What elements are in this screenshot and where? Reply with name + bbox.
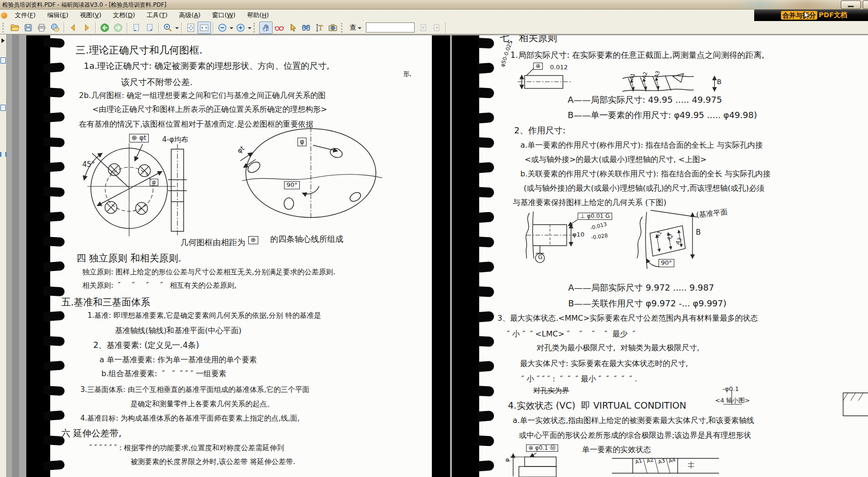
snapshot-button[interactable] <box>273 22 286 34</box>
text-tool-button[interactable]: T <box>313 22 326 34</box>
select-tool-button[interactable] <box>286 22 299 34</box>
fit-width-button[interactable] <box>198 22 211 34</box>
email-globe-icon <box>50 23 60 33</box>
open-folder-icon <box>10 23 20 33</box>
handwritten-line: 90° <box>284 181 300 189</box>
zoom-in-dropdown[interactable] <box>248 27 252 31</box>
menu-tools[interactable]: 工具(T) <box>141 10 173 21</box>
handwritten-line: 相关原则: ″ ″ ″ ″ 相互有关的公差原则, <box>82 282 237 290</box>
handwritten-line: B <box>696 228 701 237</box>
find-button[interactable] <box>299 22 313 34</box>
nav-panel-collapsed <box>0 34 7 477</box>
save-button[interactable] <box>22 22 35 34</box>
binoculars-icon <box>301 23 311 33</box>
print-button[interactable] <box>35 22 48 34</box>
handwritten-line: 三.理论正确尺寸和几何图框. <box>76 45 202 56</box>
handwritten-line: B <box>717 78 722 86</box>
handwritten-line: 四 独立原则 和相关原则. <box>77 253 181 263</box>
zoom-tool-dropdown[interactable] <box>175 27 179 31</box>
toolbar-grip[interactable] <box>2 23 6 33</box>
minimize-icon <box>848 6 854 7</box>
handwritten-line: 形, <box>403 71 411 78</box>
go-back-icon <box>100 23 110 33</box>
toolbar-grip[interactable] <box>341 23 344 33</box>
layers-panel-icon[interactable] <box>0 152 7 157</box>
zoom-out-dropdown[interactable] <box>230 27 233 31</box>
mouse-cursor <box>804 11 810 20</box>
pages-panel-icon[interactable] <box>0 105 6 111</box>
next-page-button[interactable] <box>143 22 156 34</box>
promo-banner[interactable]: 合并与拆分 PDF文档 <box>754 10 868 21</box>
find-previous-button[interactable] <box>417 22 430 34</box>
toolbar-separator <box>213 22 214 33</box>
menu-document[interactable]: 文档(D) <box>107 10 141 21</box>
menu-window[interactable]: 窗口(W) <box>206 10 241 21</box>
previous-view-button[interactable] <box>66 22 80 34</box>
maximize-button[interactable] <box>863 0 868 9</box>
zoom-tool-button[interactable] <box>161 22 175 34</box>
handwritten-line: -φ0.1 <box>723 386 739 393</box>
title-bar[interactable]: 检验员培训资料.PDF - 福昕阅读器V3.0 - [检验员培训资料.PDF] <box>0 0 868 10</box>
menu-file[interactable]: 文件(F) <box>9 10 42 21</box>
handwritten-line: 的四条轴心线所组成 <box>270 235 343 244</box>
menu-bar: 文件(F)编辑(E)视图(V)文档(D)工具(T)高级(A)窗口(W)帮助(H)… <box>0 10 868 22</box>
handwritten-line: 被测要素的长度界限之外时,该公差带 将延伸公差带. <box>131 458 295 466</box>
camera-button[interactable] <box>326 22 340 34</box>
toolbar-separator <box>95 22 96 33</box>
handwritten-line: G <box>538 254 542 260</box>
menu-edit[interactable]: 编辑(E) <box>42 10 74 21</box>
handwritten-line: (或与轴外接)的最大(或最小)理想轴(或孔)的尺寸,而该理想轴(或孔)必须 <box>524 184 764 193</box>
menu-help[interactable]: 帮助(H) <box>241 10 275 21</box>
handwritten-line: 该尺寸不附带公差. <box>121 77 193 87</box>
go-forward-button[interactable] <box>111 22 125 34</box>
zoom-in-button[interactable] <box>234 22 247 34</box>
handwritten-line: <4 轴小图> <box>715 397 750 404</box>
select-arrow-icon <box>288 23 297 33</box>
hand-icon <box>261 23 271 33</box>
go-back-button[interactable] <box>98 22 111 34</box>
search-command-label: 查 <box>349 23 357 32</box>
hand-tool-button[interactable] <box>259 22 273 34</box>
handwritten-line: 或中心平面的形状公差所形成的综合极限边界;该边界是具有理想形状 <box>519 431 751 440</box>
minimize-button[interactable] <box>841 0 861 9</box>
open-file-button[interactable] <box>8 22 22 34</box>
banner-rest: PDF文档 <box>819 11 847 20</box>
previous-page-button[interactable] <box>130 22 143 34</box>
handwritten-line: ″ 小 ″ ″ ″ : ″ ″ ″ 最小 ″ ″ ″ ″ ″ . <box>521 375 637 383</box>
find-next-button[interactable] <box>430 22 443 34</box>
bookmark-panel-icon[interactable] <box>0 57 6 64</box>
search-command-button[interactable]: 查 <box>347 22 364 34</box>
menu-advanced[interactable]: 高级(A) <box>173 10 206 21</box>
handwritten-line: 2、基准要素: (定义见一.4条) <box>93 341 199 350</box>
text-tool-icon: T <box>315 23 324 33</box>
go-forward-icon <box>113 23 123 33</box>
search-input[interactable] <box>366 22 415 33</box>
email-button[interactable] <box>48 22 62 34</box>
handwritten-line: ⊥ φ0.01 G <box>578 213 612 220</box>
previous-page-icon <box>132 23 141 33</box>
handwritten-line: φ10 <box>572 231 584 238</box>
zoom-out-button[interactable] <box>216 22 229 34</box>
fit-page-button[interactable] <box>184 22 198 34</box>
handwritten-line: φ <box>297 138 307 146</box>
handwritten-line: 0.012 <box>550 64 568 71</box>
toolbar-separator <box>127 22 128 33</box>
next-view-button[interactable] <box>80 22 93 34</box>
handwritten-line: 4-φ均布 <box>162 136 188 144</box>
foxit-reader-window: 检验员培训资料.PDF - 福昕阅读器V3.0 - [检验员培训资料.PDF] … <box>0 0 868 477</box>
handwritten-line: <由理论正确尺寸和图样上所表示的正确位置关系所确定的理想构形> <box>92 105 327 114</box>
handwritten-line: 几何图框由相距为 <box>180 238 245 247</box>
camera-icon <box>328 23 338 33</box>
handwritten-line: 90° <box>659 259 674 267</box>
search-dropdown <box>358 27 362 31</box>
zoom-out-icon <box>218 23 227 33</box>
save-icon <box>23 23 33 33</box>
window-title: 检验员培训资料.PDF - 福昕阅读器V3.0 - [检验员培训资料.PDF] <box>2 1 166 9</box>
app-icon <box>1 12 7 19</box>
document-area[interactable]: 三.理论正确尺寸和几何图框.1a.理论正确尺寸: 确定被测要素的理想形状、方向、… <box>7 34 868 477</box>
toolbar-grip[interactable] <box>253 23 257 33</box>
handwritten-line: 3.三基面体系: 由三个互相垂直的基准平面组成的基准体系,它的三个平面 <box>80 386 309 394</box>
toolbar: T 查 <box>0 21 868 34</box>
fit-page-icon <box>186 23 196 33</box>
menu-view[interactable]: 视图(V) <box>74 10 107 21</box>
